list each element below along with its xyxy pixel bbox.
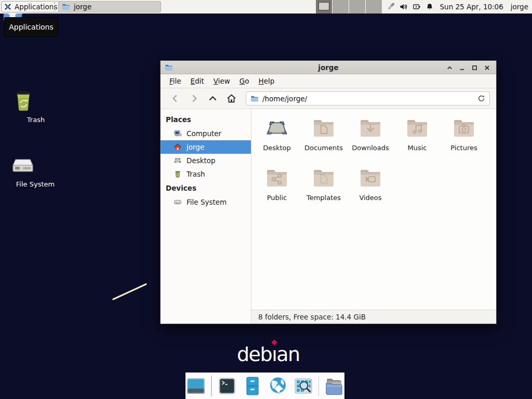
folder-stack-icon xyxy=(324,376,344,396)
file-item-label: Desktop xyxy=(263,144,291,152)
taskbar-window-label: jorge xyxy=(74,3,91,11)
sidebar-item[interactable]: jorge xyxy=(161,140,251,154)
location-path[interactable]: /home/jorge/ xyxy=(262,95,474,103)
file-item-label: Downloads xyxy=(352,144,389,152)
workspace-cell[interactable] xyxy=(366,0,382,14)
sidebar-item-label: jorge xyxy=(187,143,204,151)
sidebar: Places Computer jorge Desktop xyxy=(161,109,251,324)
folder-templates-icon xyxy=(311,166,336,191)
shade-icon[interactable] xyxy=(446,64,454,72)
sidebar-item-label: File System xyxy=(187,198,227,206)
panel-grip[interactable] xyxy=(54,3,55,11)
trash[interactable]: Trash xyxy=(11,88,61,124)
sidebar-heading: Places xyxy=(161,112,251,127)
toolbar: /home/jorge/ xyxy=(161,88,496,109)
home-button[interactable] xyxy=(223,91,240,106)
menu-item[interactable]: File xyxy=(165,75,186,87)
folder-small-icon xyxy=(62,3,70,11)
file-item[interactable]: Downloads xyxy=(347,114,394,164)
window-titlebar[interactable]: jorge xyxy=(161,61,496,74)
folder-music-icon xyxy=(405,116,430,141)
file-grid[interactable]: Desktop Documents Downloads Music Pictur… xyxy=(251,109,496,310)
file-item[interactable]: Templates xyxy=(300,164,347,214)
file-system[interactable]: File System xyxy=(10,153,60,188)
forward-button[interactable] xyxy=(185,91,202,106)
file-item-label: Public xyxy=(267,194,287,202)
location-bar[interactable]: /home/jorge/ xyxy=(246,91,490,105)
file-view: Desktop Documents Downloads Music Pictur… xyxy=(251,109,496,324)
file-item-label: Videos xyxy=(359,194,381,202)
folder-small-icon xyxy=(250,95,259,103)
drive-big-icon xyxy=(10,153,60,178)
show-desktop-icon xyxy=(185,376,206,396)
menubar: FileEditViewGoHelp xyxy=(161,74,496,88)
workspace-cell[interactable] xyxy=(349,0,366,14)
sidebar-item[interactable]: File System xyxy=(161,195,251,209)
file-manager[interactable] xyxy=(242,376,263,396)
reload-button[interactable] xyxy=(477,95,485,102)
file-item[interactable]: Videos xyxy=(347,164,394,214)
terminal[interactable] xyxy=(217,376,237,396)
workspace-window-thumbnail xyxy=(318,2,329,10)
menu-item[interactable]: Help xyxy=(254,75,280,87)
maximize-icon[interactable] xyxy=(471,64,478,72)
file-item[interactable]: Pictures xyxy=(441,114,487,164)
web-browser[interactable] xyxy=(268,376,288,396)
workspace-cell[interactable] xyxy=(316,0,332,14)
close-icon[interactable] xyxy=(483,64,491,72)
directory-menu[interactable] xyxy=(324,376,344,396)
stylus-icon[interactable] xyxy=(387,3,395,11)
sidebar-item[interactable]: Computer xyxy=(161,127,251,140)
file-item[interactable]: Public xyxy=(254,164,300,214)
file-item[interactable]: Desktop xyxy=(254,114,300,164)
clock[interactable]: Sun 25 Apr, 10:06 xyxy=(440,3,503,11)
sidebar-item[interactable]: Desktop xyxy=(161,154,251,167)
xfce-apps-icon xyxy=(4,3,12,11)
file-item[interactable]: Documents xyxy=(300,114,347,164)
applications-label: Applications xyxy=(15,3,57,11)
sidebar-item-label: Computer xyxy=(187,129,221,138)
session-menu-user[interactable]: jorge xyxy=(511,3,528,11)
up-button[interactable] xyxy=(204,91,221,106)
battery-icon[interactable] xyxy=(413,3,421,11)
file-manager-window: jorge FileEditViewGoHelp /home/jorge/ Pl… xyxy=(160,60,497,324)
trash-big-icon xyxy=(11,88,61,113)
folder-documents-icon xyxy=(311,116,336,141)
drive-small-icon xyxy=(174,198,182,206)
show-desktop[interactable] xyxy=(185,376,206,396)
file-cabinet-icon xyxy=(242,376,263,396)
dock xyxy=(185,373,344,399)
sidebar-item[interactable]: Trash xyxy=(161,167,251,181)
file-item-label: Templates xyxy=(307,194,341,202)
file-item-label: Music xyxy=(408,144,427,152)
statusbar: 8 folders, Free space: 14.4 GiB xyxy=(251,310,496,324)
desktop-pad-icon xyxy=(174,156,182,165)
taskbar-window-button[interactable]: jorge xyxy=(58,1,161,12)
wallpaper-scratch-line xyxy=(110,281,150,302)
menu-item[interactable]: View xyxy=(209,75,235,87)
menu-item[interactable]: Edit xyxy=(186,75,209,87)
file-item-label: Documents xyxy=(304,144,343,152)
file-item-label: Pictures xyxy=(450,144,477,152)
sidebar-heading: Devices xyxy=(161,181,251,195)
desktop-icon-label: Trash xyxy=(11,116,61,124)
workspace-cell[interactable] xyxy=(332,0,349,14)
menu-item[interactable]: Go xyxy=(235,75,254,87)
file-item[interactable]: Music xyxy=(394,114,441,164)
sidebar-item-label: Trash xyxy=(187,170,205,178)
window-controls xyxy=(446,61,491,74)
back-button[interactable] xyxy=(167,91,183,106)
volume-icon[interactable] xyxy=(400,3,408,11)
notifications-icon[interactable] xyxy=(425,3,434,11)
applications-menu-button[interactable]: Applications xyxy=(1,1,62,12)
workspace-switcher xyxy=(316,0,382,14)
app-finder-icon xyxy=(293,376,314,396)
desktop-icon-label: File System xyxy=(10,180,60,188)
statusbar-text: 8 folders, Free space: 14.4 GiB xyxy=(258,313,366,321)
app-finder[interactable] xyxy=(293,376,314,396)
terminal-icon xyxy=(217,376,237,396)
applications-tooltip: Applications xyxy=(4,17,58,37)
folder-downloads-icon xyxy=(358,116,383,141)
system-tray: Sun 25 Apr, 10:06 jorge xyxy=(387,0,530,14)
minimize-icon[interactable] xyxy=(458,64,466,72)
